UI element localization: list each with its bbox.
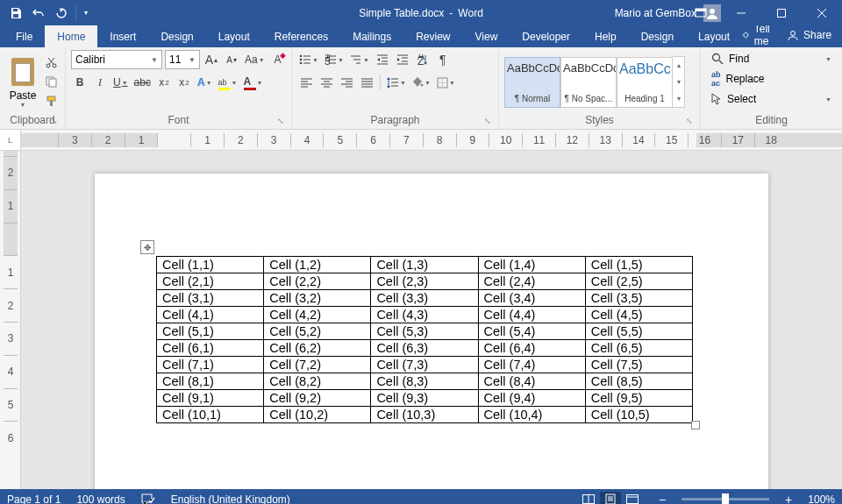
bold-button[interactable]: B [71,73,89,92]
table-cell[interactable]: Cell (5,4) [478,323,585,340]
table-cell[interactable]: Cell (10,3) [371,407,478,423]
styles-dialog-launcher[interactable]: ⤡ [684,117,695,127]
document-area[interactable]: ✥ Cell (1,1)Cell (1,2)Cell (1,3)Cell (1,… [21,151,842,489]
align-right-button[interactable] [338,73,355,92]
table-cell[interactable]: Cell (4,5) [585,307,692,323]
table-cell[interactable]: Cell (6,3) [371,340,478,357]
numbering-button[interactable]: 123▼ [323,50,346,69]
table-cell[interactable]: Cell (3,4) [478,290,585,307]
cut-button[interactable] [42,54,60,72]
table-cell[interactable]: Cell (3,5) [585,290,692,307]
tab-selector[interactable]: L [0,130,21,150]
tab-insert[interactable]: Insert [97,25,148,47]
zoom-in-button[interactable]: + [785,493,792,505]
select-button[interactable]: Select▼ [706,90,837,108]
table-row[interactable]: Cell (10,1)Cell (10,2)Cell (10,3)Cell (1… [157,407,693,423]
tab-references[interactable]: References [262,25,340,47]
table-cell[interactable]: Cell (8,3) [371,373,478,390]
tab-view[interactable]: View [463,25,510,47]
customize-qat-button[interactable]: ▾ [80,3,92,24]
document-table[interactable]: Cell (1,1)Cell (1,2)Cell (1,3)Cell (1,4)… [156,256,693,423]
table-cell[interactable]: Cell (3,2) [264,290,371,307]
clear-formatting-button[interactable]: A◆ [269,50,287,69]
style---normal[interactable]: AaBbCcDc¶ Normal [504,57,560,108]
table-cell[interactable]: Cell (1,1) [157,257,264,273]
page-number-status[interactable]: Page 1 of 1 [7,493,61,505]
table-cell[interactable]: Cell (6,5) [585,340,692,357]
style---no-spac---[interactable]: AaBbCcDc¶ No Spac... [560,57,617,108]
shrink-font-button[interactable]: A▾ [223,50,240,69]
find-button[interactable]: Find▼ [706,50,837,67]
table-row[interactable]: Cell (2,1)Cell (2,2)Cell (2,3)Cell (2,4)… [157,273,693,290]
table-row[interactable]: Cell (1,1)Cell (1,2)Cell (1,3)Cell (1,4)… [157,257,693,273]
replace-button[interactable]: abacReplace [706,67,837,90]
align-center-button[interactable] [318,73,335,92]
print-layout-button[interactable] [600,492,621,505]
table-cell[interactable]: Cell (8,1) [157,373,264,390]
tab-mailings[interactable]: Mailings [340,25,403,47]
close-button[interactable] [802,0,842,25]
table-cell[interactable]: Cell (5,1) [157,323,264,340]
save-button[interactable] [5,3,26,24]
grow-font-button[interactable]: A▴ [203,50,220,69]
zoom-level[interactable]: 100% [808,493,835,505]
change-case-button[interactable]: Aa▼ [243,50,267,69]
shading-button[interactable]: ▼ [410,73,432,92]
tab-file[interactable]: File [4,25,45,47]
redo-button[interactable] [51,3,72,24]
decrease-indent-button[interactable] [374,50,391,69]
table-row[interactable]: Cell (9,1)Cell (9,2)Cell (9,3)Cell (9,4)… [157,390,693,407]
table-cell[interactable]: Cell (8,2) [264,373,371,390]
table-resize-handle[interactable] [691,421,700,429]
table-cell[interactable]: Cell (2,3) [371,273,478,290]
borders-button[interactable]: ▼ [435,73,457,92]
font-name-combo[interactable]: Calibri▼ [71,50,162,69]
sort-button[interactable]: AZ [414,50,432,69]
table-cell[interactable]: Cell (5,3) [371,323,478,340]
table-cell[interactable]: Cell (10,2) [264,407,371,423]
language-status[interactable]: English (United Kingdom) [171,493,290,505]
table-row[interactable]: Cell (6,1)Cell (6,2)Cell (6,3)Cell (6,4)… [157,340,693,357]
justify-button[interactable] [358,73,375,92]
tab-help[interactable]: Help [582,25,629,47]
show-hide-button[interactable]: ¶ [434,50,452,69]
table-cell[interactable]: Cell (2,5) [585,273,692,290]
bullets-button[interactable]: ▼ [297,50,320,69]
read-mode-button[interactable] [578,492,599,505]
undo-button[interactable] [28,3,49,24]
tab-design[interactable]: Design [148,25,205,47]
table-cell[interactable]: Cell (5,2) [264,323,371,340]
style-heading-1[interactable]: AaBbCcHeading 1 [617,57,673,108]
table-cell[interactable]: Cell (10,5) [585,407,692,423]
zoom-slider[interactable] [681,498,769,500]
table-cell[interactable]: Cell (9,5) [585,390,692,407]
increase-indent-button[interactable] [394,50,411,69]
table-row[interactable]: Cell (8,1)Cell (8,2)Cell (8,3)Cell (8,4)… [157,373,693,390]
format-painter-button[interactable] [42,93,60,110]
tab-home[interactable]: Home [45,25,97,47]
spellcheck-status[interactable] [141,493,155,505]
word-count-status[interactable]: 100 words [76,493,125,505]
superscript-button[interactable]: x2 [175,73,193,92]
line-spacing-button[interactable]: ▼ [385,73,408,92]
table-cell[interactable]: Cell (2,1) [157,273,264,290]
horizontal-ruler[interactable]: 321123456789101112131415161718 [21,130,842,150]
table-cell[interactable]: Cell (2,4) [478,273,585,290]
table-cell[interactable]: Cell (6,2) [264,340,371,357]
table-cell[interactable]: Cell (3,1) [157,290,264,307]
zoom-out-button[interactable]: − [659,493,666,505]
table-cell[interactable]: Cell (1,3) [371,257,478,273]
web-layout-button[interactable] [622,492,643,505]
table-cell[interactable]: Cell (7,3) [371,357,478,373]
table-cell[interactable]: Cell (4,3) [371,307,478,323]
table-row[interactable]: Cell (4,1)Cell (4,2)Cell (4,3)Cell (4,4)… [157,307,693,323]
table-cell[interactable]: Cell (9,3) [371,390,478,407]
table-row[interactable]: Cell (5,1)Cell (5,2)Cell (5,3)Cell (5,4)… [157,323,693,340]
table-cell[interactable]: Cell (7,2) [264,357,371,373]
clipboard-dialog-launcher[interactable]: ⤡ [49,117,60,127]
table-cell[interactable]: Cell (6,4) [478,340,585,357]
copy-button[interactable] [42,74,60,91]
table-cell[interactable]: Cell (6,1) [157,340,264,357]
share-button[interactable]: Share [787,29,831,41]
strikethrough-button[interactable]: abc [132,73,153,92]
